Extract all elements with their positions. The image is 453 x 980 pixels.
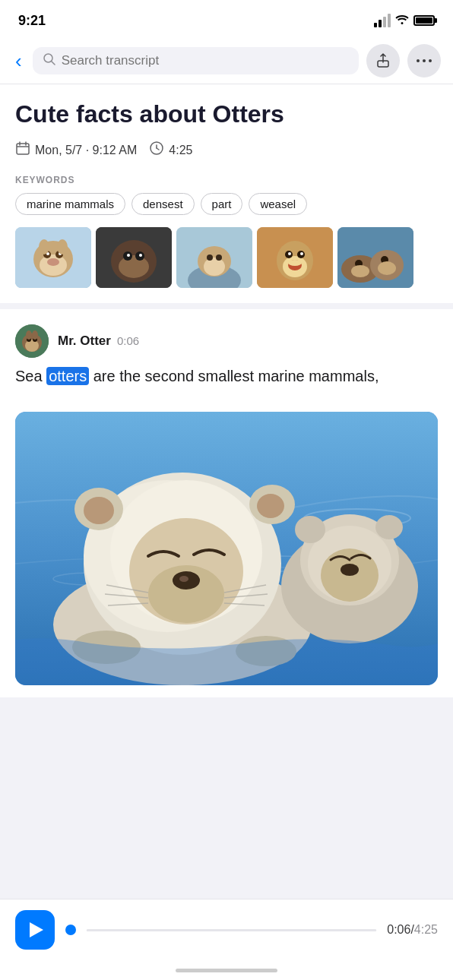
calendar-icon [15,141,30,160]
highlighted-word[interactable]: otters [46,367,89,385]
keyword-tag[interactable]: marine mammals [15,193,125,215]
keyword-tag[interactable]: weasel [249,193,307,215]
main-image [15,412,438,685]
svg-point-22 [57,239,68,254]
date-meta: Mon, 5/7 · 9:12 AM [15,141,137,160]
svg-point-51 [378,261,396,275]
svg-point-25 [119,255,149,278]
main-image-container [0,400,453,697]
thumbnails-row [15,227,438,303]
svg-point-44 [288,260,302,266]
svg-point-80 [84,497,114,524]
svg-point-21 [39,239,49,254]
search-icon [43,53,55,68]
transcript-section: Mr. Otter 0:06 Sea otters are the second… [0,309,453,400]
svg-line-12 [157,148,159,150]
svg-point-88 [375,515,403,539]
share-icon [375,53,391,68]
svg-point-33 [204,258,225,276]
podcast-title: Cute facts about Otters [15,100,438,128]
thumbnail-4[interactable] [257,227,333,288]
svg-point-54 [25,340,39,352]
status-bar: 9:21 [0,0,453,38]
svg-point-71 [179,576,188,582]
thumbnail-3[interactable] [176,227,252,288]
player-bar: 0:06/4:25 [0,899,453,980]
keywords-section: KEYWORDS marine mammals densest part wea… [15,175,438,215]
date-text: Mon, 5/7 · 9:12 AM [35,144,137,157]
time-display: 0:06/4:25 [387,923,438,937]
svg-line-1 [51,62,55,65]
more-button[interactable] [407,44,441,77]
svg-point-20 [47,258,59,266]
duration-meta: 4:25 [149,141,192,160]
svg-point-3 [417,59,420,62]
battery-icon [413,15,435,26]
main-content: Cute facts about Otters Mon, 5/7 · 9:12 … [0,84,453,303]
keyword-tag[interactable]: densest [131,193,195,215]
thumbnail-5[interactable] [337,227,413,288]
thumbnail-2[interactable] [96,227,172,288]
svg-point-50 [351,265,369,277]
clock-icon [149,141,164,160]
speaker-name: Mr. Otter [58,334,111,349]
back-button[interactable]: ‹ [12,51,25,71]
play-icon [30,922,43,937]
search-bar[interactable] [33,47,359,74]
keyword-tag[interactable]: part [201,193,243,215]
svg-point-34 [207,254,213,261]
status-time: 9:21 [18,13,46,29]
svg-point-58 [32,330,38,340]
svg-point-29 [139,254,142,257]
share-button[interactable] [366,44,400,77]
more-icon [417,58,432,63]
progress-dot[interactable] [65,925,76,935]
svg-point-35 [216,254,222,261]
svg-point-5 [429,59,432,62]
thumbnail-1[interactable] [15,227,91,288]
svg-point-4 [423,59,426,62]
speaker-meta: Mr. Otter 0:06 [58,334,139,349]
content-divider [0,303,453,309]
player-spacer [0,697,453,773]
speaker-row: Mr. Otter 0:06 [15,324,438,358]
speaker-time: 0:06 [117,334,139,347]
nav-bar: ‹ [0,38,453,84]
otter-image [15,412,438,685]
play-button[interactable] [15,910,55,950]
keywords-label: KEYWORDS [15,175,438,185]
progress-fill [87,929,376,931]
wifi-icon [395,14,409,27]
signal-icon [374,14,391,27]
svg-point-28 [127,254,130,257]
home-indicator [176,969,277,972]
status-icons [374,14,435,27]
search-input[interactable] [62,53,348,68]
duration-text: 4:25 [169,144,192,157]
svg-point-57 [26,330,32,340]
avatar [15,324,49,358]
svg-point-87 [295,516,325,543]
transcript-text: Sea otters are the second smallest marin… [15,365,438,387]
svg-rect-6 [17,144,29,154]
svg-point-81 [257,494,284,518]
meta-row: Mon, 5/7 · 9:12 AM 4:25 [15,141,438,160]
svg-point-42 [300,252,303,255]
svg-point-41 [288,252,291,255]
keywords-row: marine mammals densest part weasel [15,193,438,215]
progress-track[interactable] [87,929,376,931]
svg-point-86 [341,564,359,576]
